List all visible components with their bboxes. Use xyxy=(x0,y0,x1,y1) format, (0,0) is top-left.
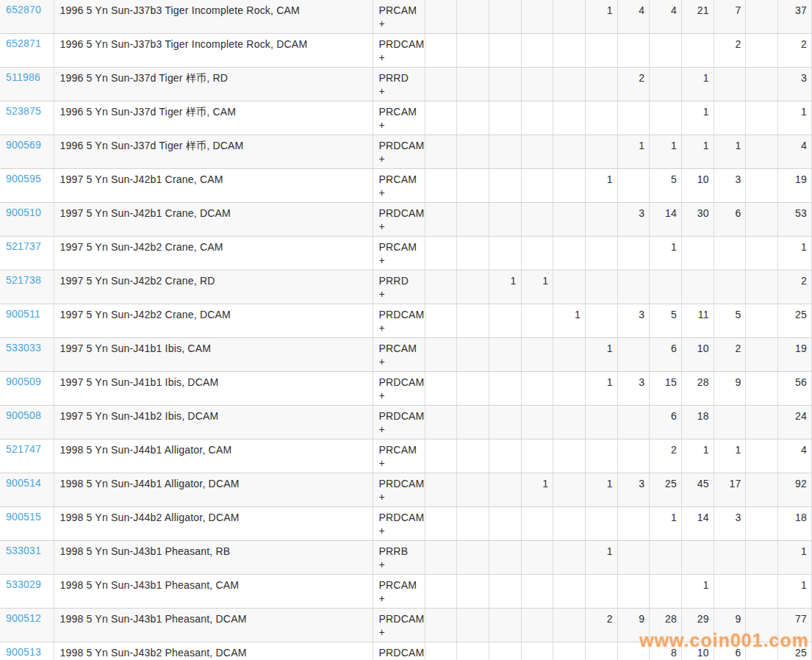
grade-plus-count-value xyxy=(688,220,709,233)
row-total-value: 25 xyxy=(784,308,807,321)
grade-count-cell xyxy=(457,473,489,507)
grade-count-cell xyxy=(585,68,617,101)
grade-plus-count-value xyxy=(528,524,549,537)
grade-plus-count-value xyxy=(495,592,517,605)
coin-id-link[interactable]: 900595 xyxy=(6,173,41,184)
coin-id-link[interactable]: 533029 xyxy=(6,578,41,590)
designation-cell: PRCAM+ xyxy=(373,101,425,135)
grade-count-value: 3 xyxy=(720,173,741,186)
grade-count-cell: 25 xyxy=(650,473,682,507)
table-row: 9005691996 5 Yn Sun-J37d Tiger 样币, DCAMP… xyxy=(0,135,812,169)
grade-plus-count-value xyxy=(624,625,645,639)
grade-count-value xyxy=(495,342,517,355)
coin-id-link[interactable]: 521737 xyxy=(6,240,41,252)
grade-count-value xyxy=(463,376,484,389)
row-total-cell: 18 xyxy=(778,507,812,541)
grade-count-value: 1 xyxy=(688,578,709,592)
coin-id-link[interactable]: 521738 xyxy=(6,274,41,286)
grade-plus-count-value xyxy=(528,287,549,301)
grade-plus-count-value xyxy=(720,558,741,571)
grade-count-cell xyxy=(521,541,553,575)
designation-plus-label: + xyxy=(379,558,420,571)
coin-id-link[interactable]: 521747 xyxy=(6,443,41,455)
coin-id-cell: 533029 xyxy=(0,575,54,609)
grade-count-value xyxy=(752,545,773,558)
grade-plus-count-value xyxy=(720,524,741,537)
grade-plus-count-value xyxy=(528,456,549,470)
coin-id-link[interactable]: 533033 xyxy=(6,342,41,354)
grade-count-value xyxy=(655,545,677,558)
grade-plus-count-value xyxy=(463,186,484,199)
coin-id-link[interactable]: 652871 xyxy=(6,37,41,49)
coin-id-link[interactable]: 652870 xyxy=(6,4,41,15)
grade-plus-count-value xyxy=(624,118,645,132)
grade-count-cell xyxy=(585,507,617,541)
grade-count-value: 3 xyxy=(624,308,645,321)
grade-count-value xyxy=(559,173,581,186)
grade-count-value xyxy=(463,545,484,558)
grade-plus-count-value xyxy=(752,558,773,571)
grade-count-cell xyxy=(457,304,489,338)
grade-count-value xyxy=(495,71,517,85)
grade-count-cell: 10 xyxy=(682,338,714,372)
grade-count-cell: 2 xyxy=(585,609,617,642)
coin-id-link[interactable]: 900509 xyxy=(6,376,41,387)
grade-plus-count-value xyxy=(495,17,517,30)
grade-plus-count-value xyxy=(559,355,581,368)
coin-id-link[interactable]: 900513 xyxy=(6,646,41,658)
coin-id-link[interactable]: 533031 xyxy=(6,545,41,556)
grade-count-value xyxy=(720,409,741,423)
grade-count-cell xyxy=(489,0,521,34)
designation-plus-label: + xyxy=(379,254,420,267)
coin-id-link[interactable]: 511986 xyxy=(6,71,40,83)
grade-count-cell xyxy=(746,237,778,270)
coin-id-link[interactable]: 523875 xyxy=(6,105,41,117)
grade-plus-count-value xyxy=(688,321,709,334)
grade-plus-count-value xyxy=(559,220,581,233)
coin-description: 1996 5 Yn Sun-J37d Tiger 样币, DCAM xyxy=(60,139,368,152)
grade-count-value xyxy=(495,105,517,118)
grade-plus-count-value xyxy=(624,254,645,267)
grade-plus-count-value xyxy=(559,118,581,132)
grade-count-cell: 6 xyxy=(650,406,682,440)
grade-plus-count-value xyxy=(495,287,517,301)
table-row: 5217371997 5 Yn Sun-J42b2 Crane, CAMPRCA… xyxy=(0,237,812,270)
coin-id-link[interactable]: 900510 xyxy=(6,207,41,218)
coin-id-link[interactable]: 900512 xyxy=(6,612,41,624)
grade-plus-count-value xyxy=(495,321,517,334)
grade-count-cell xyxy=(617,101,650,135)
grade-count-value xyxy=(752,646,773,659)
grade-count-cell xyxy=(457,169,489,203)
grade-count-value xyxy=(463,409,484,423)
designation-label: PRDCAM xyxy=(379,511,420,524)
coin-id-link[interactable]: 900508 xyxy=(6,409,41,421)
designation-label: PRRD xyxy=(379,274,420,287)
grade-count-cell xyxy=(746,203,778,237)
grade-count-value xyxy=(720,71,741,85)
grade-count-value xyxy=(559,409,581,423)
coin-id-link[interactable]: 900511 xyxy=(6,308,40,320)
coin-id-link[interactable]: 900514 xyxy=(6,477,41,489)
grade-count-value xyxy=(431,240,453,254)
grade-count-cell xyxy=(521,406,553,440)
coin-id-link[interactable]: 900515 xyxy=(6,511,41,523)
grade-count-value xyxy=(528,443,549,456)
grade-plus-count-value xyxy=(752,287,773,301)
grade-count-cell: 7 xyxy=(714,0,746,34)
grade-plus-count-value xyxy=(592,85,613,98)
grade-plus-count-value xyxy=(528,423,549,436)
row-total-value: 77 xyxy=(784,612,807,625)
grade-plus-count-value xyxy=(431,186,453,199)
grade-count-value xyxy=(752,376,773,389)
coin-id-link[interactable]: 900569 xyxy=(6,139,41,151)
grade-plus-count-value xyxy=(624,186,645,199)
grade-plus-count-value xyxy=(431,423,453,436)
grade-count-value: 9 xyxy=(720,612,741,625)
coin-id-cell: 900513 xyxy=(0,642,54,660)
row-total-value: 2 xyxy=(784,274,807,287)
designation-label: PRDCAM xyxy=(379,207,420,220)
grade-count-cell xyxy=(489,575,521,609)
grade-plus-count-value xyxy=(720,456,741,470)
grade-plus-count-value xyxy=(624,17,645,30)
table-row: 9005081997 5 Yn Sun-J41b2 Ibis, DCAMPRDC… xyxy=(0,406,812,440)
